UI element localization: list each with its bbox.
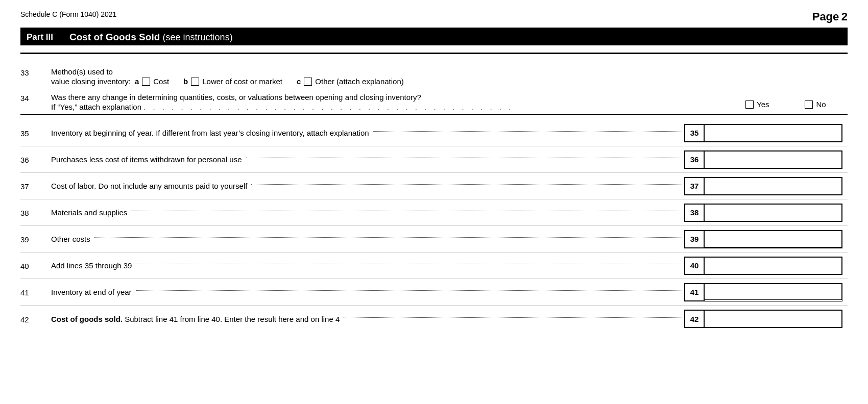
- line-33-desc1: Method(s) used to: [51, 67, 848, 76]
- line-37-input[interactable]: [705, 177, 842, 195]
- line-41-answer: 41: [684, 283, 848, 301]
- line-38-dotted: Materials and supplies: [51, 208, 684, 217]
- line-38-answer: 38: [684, 204, 848, 222]
- line-33-row: 33 Method(s) used to value closing inven…: [20, 62, 848, 89]
- line-40-num: 40: [20, 261, 51, 270]
- line-42-desc-bold: Cost of goods sold.: [51, 315, 123, 323]
- line-35-field-num: 35: [684, 124, 705, 142]
- line-35-row: 35 Inventory at beginning of year. If di…: [20, 120, 848, 146]
- page-number: Page 2: [812, 10, 848, 23]
- page-label: Page: [812, 10, 839, 23]
- checkbox-yes[interactable]: [745, 100, 754, 109]
- line-34-desc: Was there any change in determining quan…: [51, 93, 745, 111]
- line-41-input[interactable]: [705, 283, 842, 301]
- line-38-dots: [131, 211, 682, 211]
- line-37-dots: [251, 184, 682, 185]
- line-42-dotted: Cost of goods sold. Subtract line 41 fro…: [51, 315, 684, 323]
- line-33-option-b: b Lower of cost or market: [183, 77, 282, 86]
- option-a-label: Cost: [153, 77, 169, 86]
- line-41-desc: Inventory at end of year: [51, 288, 132, 296]
- line-33-desc: Method(s) used to value closing inventor…: [51, 67, 848, 86]
- line-34-dots: . . . . . . . . . . . . . . . . . . . . …: [143, 103, 513, 111]
- line-39-dots: [94, 237, 682, 238]
- line-35-input[interactable]: [705, 124, 842, 142]
- line-39-input[interactable]: [705, 230, 842, 248]
- line-39-num: 39: [20, 234, 51, 244]
- line-41-num: 41: [20, 287, 51, 297]
- no-label: No: [816, 100, 826, 109]
- checkbox-a[interactable]: [142, 78, 150, 86]
- line-40-answer: 40: [684, 257, 848, 275]
- line-41-field-num: 41: [684, 283, 705, 301]
- line-34-desc1: Was there any change in determining quan…: [51, 93, 745, 102]
- line-39-field-num: 39: [684, 230, 705, 248]
- page-header: Schedule C (Form 1040) 2021 Page 2: [20, 10, 848, 23]
- line-42-input[interactable]: [705, 310, 842, 328]
- line-38-num: 38: [20, 208, 51, 217]
- line-42-answer: 42: [684, 310, 848, 328]
- line-36-desc: Purchases less cost of items withdrawn f…: [51, 155, 242, 164]
- option-a-letter: a: [135, 77, 139, 86]
- checkbox-no[interactable]: [805, 100, 813, 109]
- line-33-desc2: value closing inventory:: [51, 77, 131, 86]
- line-37-desc: Cost of labor. Do not include any amount…: [51, 182, 247, 190]
- line-34-desc2-row: If “Yes,” attach explanation . . . . . .…: [51, 103, 745, 111]
- no-option: No: [805, 100, 826, 109]
- yes-option: Yes: [745, 100, 769, 109]
- line-40-input[interactable]: [705, 257, 842, 275]
- line-37-num: 37: [20, 181, 51, 191]
- line-35-num: 35: [20, 128, 51, 138]
- line-38-row: 38 Materials and supplies 38: [20, 199, 848, 226]
- line-35-answer: 35: [684, 124, 848, 142]
- option-b-label: Lower of cost or market: [202, 77, 282, 86]
- line-33-num: 33: [20, 67, 51, 77]
- part-title-text: Cost of Goods Sold: [69, 32, 160, 42]
- line-34-row: 34 Was there any change in determining q…: [20, 89, 848, 115]
- line-33-options: value closing inventory: a Cost b Lower …: [51, 77, 848, 86]
- line-40-field-num: 40: [684, 257, 705, 275]
- line-36-dots: [246, 158, 683, 158]
- yes-label: Yes: [757, 100, 769, 109]
- line-42-row: 42 Cost of goods sold. Subtract line 41 …: [20, 306, 848, 332]
- page-num-value: 2: [841, 10, 848, 23]
- checkbox-b[interactable]: [191, 78, 199, 86]
- line-36-num: 36: [20, 155, 51, 164]
- line-39-row: 39 Other costs 39: [20, 226, 848, 252]
- line-42-field-num: 42: [684, 310, 705, 328]
- option-c-letter: c: [297, 77, 301, 86]
- line-39-dotted: Other costs: [51, 235, 684, 243]
- part-label: Part III: [27, 32, 53, 42]
- line-36-row: 36 Purchases less cost of items withdraw…: [20, 146, 848, 173]
- line-33-option-c: c Other (attach explanation): [297, 77, 404, 86]
- schedule-title: Schedule C (Form 1040) 2021: [20, 10, 116, 18]
- line-38-input[interactable]: [705, 204, 842, 222]
- line-36-field-num: 36: [684, 150, 705, 169]
- line-36-input[interactable]: [705, 150, 842, 169]
- line-40-dotted: Add lines 35 through 39: [51, 261, 684, 270]
- line-39-desc: Other costs: [51, 235, 90, 243]
- line-35-desc: Inventory at beginning of year. If diffe…: [51, 129, 369, 137]
- line-34-desc2: If “Yes,” attach explanation: [51, 103, 141, 111]
- line-38-field-num: 38: [684, 204, 705, 222]
- line-42-dots: [344, 317, 682, 318]
- line-37-row: 37 Cost of labor. Do not include any amo…: [20, 173, 848, 199]
- line-37-dotted: Cost of labor. Do not include any amount…: [51, 182, 684, 190]
- line-34-num: 34: [20, 93, 51, 103]
- part-header: Part III Cost of Goods Sold (see instruc…: [20, 29, 848, 45]
- line-41-dotted: Inventory at end of year: [51, 288, 684, 296]
- checkbox-c[interactable]: [304, 78, 312, 86]
- line-35-dots: [373, 131, 682, 132]
- line-40-dots: [136, 264, 682, 264]
- line-40-desc: Add lines 35 through 39: [51, 261, 132, 270]
- part-title: Cost of Goods Sold (see instructions): [69, 32, 233, 43]
- line-41-row: 41 Inventory at end of year 41: [20, 279, 848, 306]
- line-38-desc: Materials and supplies: [51, 208, 127, 217]
- line-36-answer: 36: [684, 150, 848, 169]
- line-35-dotted: Inventory at beginning of year. If diffe…: [51, 129, 684, 137]
- line-42-num: 42: [20, 314, 51, 324]
- line-42-desc-normal: Subtract line 41 from line 40. Enter the…: [123, 315, 340, 323]
- line-37-answer: 37: [684, 177, 848, 195]
- line-33-option-a: a Cost: [135, 77, 169, 86]
- line-42-desc: Cost of goods sold. Subtract line 41 fro…: [51, 315, 340, 323]
- option-c-label: Other (attach explanation): [315, 77, 403, 86]
